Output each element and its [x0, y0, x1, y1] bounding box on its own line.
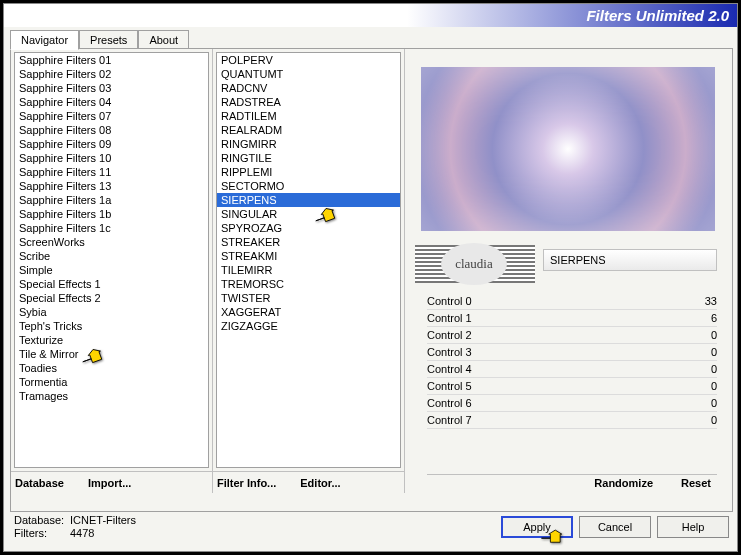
list-item[interactable]: Teph's Tricks: [15, 319, 208, 333]
category-footer: Database Import...: [11, 471, 212, 493]
category-column: Sapphire Filters 01Sapphire Filters 02Sa…: [11, 49, 213, 493]
list-item[interactable]: Simple: [15, 263, 208, 277]
filter-list[interactable]: POLPERVQUANTUMTRADCNVRADSTREARADTILEMREA…: [216, 52, 401, 468]
list-item[interactable]: POLPERV: [217, 53, 400, 67]
title-bar: Filters Unlimited 2.0: [4, 4, 737, 27]
list-item[interactable]: Sapphire Filters 1c: [15, 221, 208, 235]
list-item[interactable]: ZIGZAGGE: [217, 319, 400, 333]
preview-image: [421, 67, 715, 231]
tab-about[interactable]: About: [138, 30, 189, 50]
control-row[interactable]: Control 20: [427, 327, 717, 344]
list-item[interactable]: Sapphire Filters 04: [15, 95, 208, 109]
list-item[interactable]: Sapphire Filters 01: [15, 53, 208, 67]
filter-info-button[interactable]: Filter Info...: [217, 477, 276, 489]
list-item[interactable]: SPYROZAG: [217, 221, 400, 235]
editor-button[interactable]: Editor...: [300, 477, 340, 489]
randomize-button[interactable]: Randomize: [594, 477, 653, 489]
selected-filter-name: SIERPENS: [543, 249, 717, 271]
control-row[interactable]: Control 30: [427, 344, 717, 361]
tab-panel: Sapphire Filters 01Sapphire Filters 02Sa…: [10, 48, 733, 512]
window: Filters Unlimited 2.0 Navigator Presets …: [3, 3, 738, 552]
reset-button[interactable]: Reset: [681, 477, 711, 489]
tab-presets[interactable]: Presets: [79, 30, 138, 50]
list-item[interactable]: Tormentia: [15, 375, 208, 389]
dialog-buttons: Apply Cancel Help: [501, 516, 733, 538]
list-item[interactable]: Tile & Mirror: [15, 347, 208, 361]
apply-button[interactable]: Apply: [501, 516, 573, 538]
cancel-button[interactable]: Cancel: [579, 516, 651, 538]
list-item[interactable]: Toadies: [15, 361, 208, 375]
list-item[interactable]: Sapphire Filters 10: [15, 151, 208, 165]
list-item[interactable]: RINGMIRR: [217, 137, 400, 151]
filter-footer: Filter Info... Editor...: [213, 471, 404, 493]
control-row[interactable]: Control 70: [427, 412, 717, 429]
import-button[interactable]: Import...: [88, 477, 131, 489]
list-item[interactable]: XAGGERAT: [217, 305, 400, 319]
list-item[interactable]: ScreenWorks: [15, 235, 208, 249]
list-item[interactable]: Texturize: [15, 333, 208, 347]
list-item[interactable]: Sapphire Filters 1b: [15, 207, 208, 221]
filter-column: POLPERVQUANTUMTRADCNVRADSTREARADTILEMREA…: [213, 49, 405, 493]
list-item[interactable]: RINGTILE: [217, 151, 400, 165]
list-item[interactable]: RADSTREA: [217, 95, 400, 109]
list-item[interactable]: Sapphire Filters 1a: [15, 193, 208, 207]
list-item[interactable]: Sapphire Filters 07: [15, 109, 208, 123]
help-button[interactable]: Help: [657, 516, 729, 538]
list-item[interactable]: Sapphire Filters 08: [15, 123, 208, 137]
list-item[interactable]: SINGULAR: [217, 207, 400, 221]
control-row[interactable]: Control 50: [427, 378, 717, 395]
list-item[interactable]: Sybia: [15, 305, 208, 319]
list-item[interactable]: RADTILEM: [217, 109, 400, 123]
dialog-footer: Database:ICNET-Filters Filters:4478 Appl…: [10, 509, 733, 545]
list-item[interactable]: Special Effects 1: [15, 277, 208, 291]
window-title: Filters Unlimited 2.0: [586, 7, 729, 24]
list-item[interactable]: SECTORMO: [217, 179, 400, 193]
list-item[interactable]: TREMORSC: [217, 277, 400, 291]
list-item[interactable]: Sapphire Filters 13: [15, 179, 208, 193]
preview-panel: claudia SIERPENS Control 033Control 16Co…: [405, 49, 732, 493]
list-item[interactable]: Special Effects 2: [15, 291, 208, 305]
control-row[interactable]: Control 40: [427, 361, 717, 378]
controls-table: Control 033Control 16Control 20Control 3…: [427, 293, 717, 429]
list-item[interactable]: TWISTER: [217, 291, 400, 305]
list-item[interactable]: RADCNV: [217, 81, 400, 95]
list-item[interactable]: Sapphire Filters 02: [15, 67, 208, 81]
control-row[interactable]: Control 033: [427, 293, 717, 310]
watermark-stamp: claudia: [415, 245, 535, 283]
tab-strip: Navigator Presets About: [10, 29, 737, 49]
database-button[interactable]: Database: [15, 477, 64, 489]
tab-navigator[interactable]: Navigator: [10, 30, 79, 50]
status-info: Database:ICNET-Filters Filters:4478: [10, 514, 136, 540]
list-item[interactable]: Scribe: [15, 249, 208, 263]
list-item[interactable]: STREAKER: [217, 235, 400, 249]
list-item[interactable]: SIERPENS: [217, 193, 400, 207]
list-item[interactable]: Tramages: [15, 389, 208, 403]
list-item[interactable]: QUANTUMT: [217, 67, 400, 81]
list-item[interactable]: Sapphire Filters 11: [15, 165, 208, 179]
category-list[interactable]: Sapphire Filters 01Sapphire Filters 02Sa…: [14, 52, 209, 468]
list-item[interactable]: STREAKMI: [217, 249, 400, 263]
list-item[interactable]: TILEMIRR: [217, 263, 400, 277]
control-row[interactable]: Control 60: [427, 395, 717, 412]
list-item[interactable]: RIPPLEMI: [217, 165, 400, 179]
list-item[interactable]: REALRADM: [217, 123, 400, 137]
list-item[interactable]: Sapphire Filters 09: [15, 137, 208, 151]
control-row[interactable]: Control 16: [427, 310, 717, 327]
list-item[interactable]: Sapphire Filters 03: [15, 81, 208, 95]
randomize-reset-bar: Randomize Reset: [427, 474, 717, 491]
